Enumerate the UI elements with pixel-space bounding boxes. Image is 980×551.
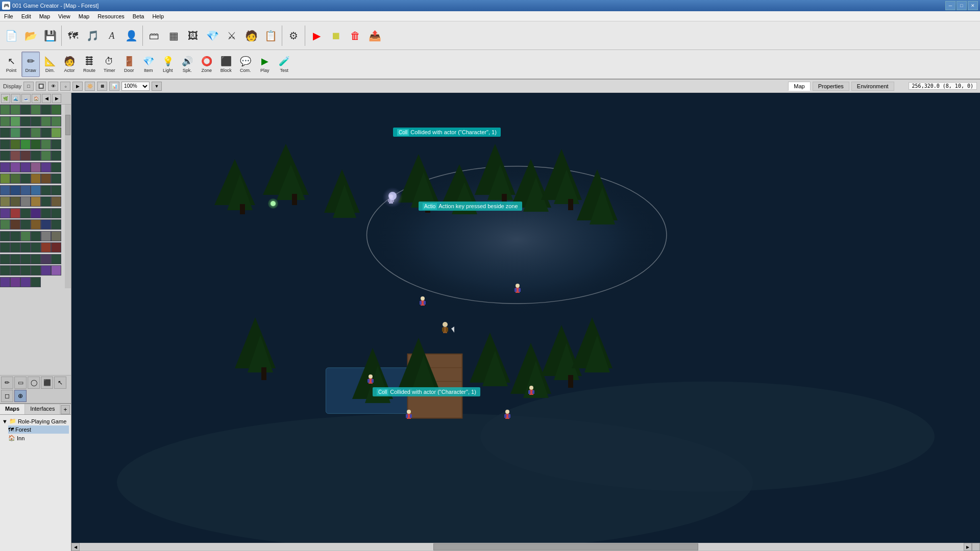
tool-zoom[interactable]: ⊕ — [14, 390, 27, 402]
tile-cell[interactable] — [20, 265, 31, 276]
tile-cell[interactable] — [51, 139, 61, 149]
tile-cell[interactable] — [20, 185, 31, 195]
add-item-button[interactable]: + — [61, 405, 70, 414]
mode-actor[interactable]: 🧑 Actor — [60, 52, 79, 77]
maximize-button[interactable]: □ — [957, 1, 967, 10]
mode-route[interactable]: 🛤 Route — [80, 52, 99, 77]
tile-cell[interactable] — [20, 231, 31, 241]
tile-cell[interactable] — [10, 254, 20, 264]
tile-cell[interactable] — [0, 105, 10, 115]
tile-cell[interactable] — [31, 242, 41, 253]
tile-cell[interactable] — [0, 254, 10, 264]
menu-map2[interactable]: Map — [75, 12, 93, 20]
tab-environment[interactable]: Environment — [851, 82, 894, 91]
tile-cell[interactable] — [20, 105, 31, 115]
tile-cell[interactable] — [31, 196, 41, 207]
tile-cell[interactable] — [51, 196, 61, 207]
grid-button[interactable]: ▦ — [164, 26, 183, 46]
mode-zone[interactable]: ⭕ Zone — [198, 52, 216, 77]
tile-cell[interactable] — [41, 242, 51, 253]
display-btn-8[interactable]: 📊 — [109, 82, 119, 91]
tile-cell[interactable] — [51, 242, 61, 253]
tile-cell[interactable] — [10, 162, 20, 172]
database-button[interactable]: 🗃 — [145, 26, 163, 46]
tile-cell[interactable] — [20, 254, 31, 264]
tile-cell[interactable] — [51, 265, 61, 276]
tile-cell[interactable] — [20, 116, 31, 127]
save-button[interactable]: 💾 — [41, 26, 59, 46]
tile-cell[interactable] — [20, 139, 31, 149]
mode-light[interactable]: 💡 Light — [159, 52, 177, 77]
scroll-left-arrow[interactable]: ◀ — [71, 543, 80, 551]
tile-cell[interactable] — [10, 173, 20, 184]
tile-cell[interactable] — [10, 277, 20, 287]
display-btn-4[interactable]: ⬦ — [60, 82, 70, 91]
tile-cell[interactable] — [51, 231, 61, 241]
tile-cell[interactable] — [51, 105, 61, 115]
tile-cell[interactable] — [51, 128, 61, 138]
mode-dim[interactable]: 📐 Dim. — [41, 52, 59, 77]
tile-cell[interactable] — [31, 116, 41, 127]
tile-cell[interactable] — [20, 128, 31, 138]
tile-cell[interactable] — [31, 231, 41, 241]
music-button[interactable]: 🎵 — [83, 26, 102, 46]
menu-beta[interactable]: Beta — [129, 12, 149, 20]
tile-cell[interactable] — [20, 151, 31, 161]
minimize-button[interactable]: ─ — [945, 1, 955, 10]
tile-cell[interactable] — [20, 173, 31, 184]
tab-properties[interactable]: Properties — [813, 82, 849, 91]
mode-item[interactable]: 💎 Item — [139, 52, 158, 77]
tile-cell[interactable] — [31, 128, 41, 138]
tile-cell[interactable] — [10, 231, 20, 241]
display-btn-7[interactable]: 🔳 — [97, 82, 107, 91]
menu-resources[interactable]: Resources — [93, 12, 129, 20]
tile-cell[interactable] — [20, 196, 31, 207]
tile-cell[interactable] — [51, 219, 61, 230]
tile-cell[interactable] — [0, 196, 10, 207]
mode-test[interactable]: 🧪 Test — [275, 52, 293, 77]
tile-cell[interactable] — [10, 105, 20, 115]
tile-cell[interactable] — [41, 162, 51, 172]
tile-cell[interactable] — [31, 277, 41, 287]
menu-help[interactable]: Help — [148, 12, 168, 20]
tile-cell[interactable] — [31, 162, 41, 172]
tile-cell[interactable] — [10, 185, 20, 195]
tile-cell[interactable] — [0, 128, 10, 138]
tile-cell[interactable] — [10, 242, 20, 253]
tile-cell[interactable] — [0, 208, 10, 218]
tile-cell[interactable] — [10, 151, 20, 161]
npc-button[interactable]: 🧑 — [242, 26, 260, 46]
mode-block[interactable]: ⬛ Block — [217, 52, 235, 77]
stop-button[interactable]: ⏹ — [327, 26, 345, 46]
zoom-select[interactable]: 100% 50% 200% — [121, 82, 150, 91]
tile-cell[interactable] — [51, 162, 61, 172]
tile-cell[interactable] — [10, 128, 20, 138]
tool-ellipse[interactable]: ◯ — [28, 377, 40, 389]
mode-door[interactable]: 🚪 Door — [120, 52, 138, 77]
tile-cell[interactable] — [41, 105, 51, 115]
delete-button[interactable]: 🗑 — [346, 26, 364, 46]
display-btn-2[interactable]: 🔲 — [36, 82, 46, 91]
mode-spk[interactable]: 🔊 Spk. — [178, 52, 197, 77]
tab-interfaces[interactable]: Interfaces — [25, 404, 60, 414]
tile-cell[interactable] — [51, 116, 61, 127]
tool-fill[interactable]: ⬛ — [41, 377, 53, 389]
tile-type-2[interactable]: 🌊 — [11, 94, 20, 103]
tile-cell[interactable] — [10, 139, 20, 149]
tile-cell[interactable] — [51, 185, 61, 195]
tile-scroll-left[interactable]: ◀ — [42, 94, 51, 103]
tile-cell[interactable] — [41, 116, 51, 127]
tile-cell[interactable] — [0, 231, 10, 241]
scroll-right-arrow[interactable]: ▶ — [964, 543, 972, 551]
tile-cell[interactable] — [41, 208, 51, 218]
item-button[interactable]: 💎 — [203, 26, 222, 46]
tile-cell[interactable] — [41, 231, 51, 241]
zoom-dropdown[interactable]: ▼ — [152, 82, 162, 91]
tile-cell[interactable] — [10, 116, 20, 127]
tab-map[interactable]: Map — [788, 82, 810, 91]
tool-select[interactable]: ↖ — [54, 377, 66, 389]
tile-cell[interactable] — [31, 173, 41, 184]
map-scene[interactable]: CollCollided with actor ("Character", 1)… — [71, 93, 980, 551]
hscroll-thumb[interactable] — [433, 543, 699, 550]
settings-button[interactable]: ⚙ — [284, 26, 303, 46]
